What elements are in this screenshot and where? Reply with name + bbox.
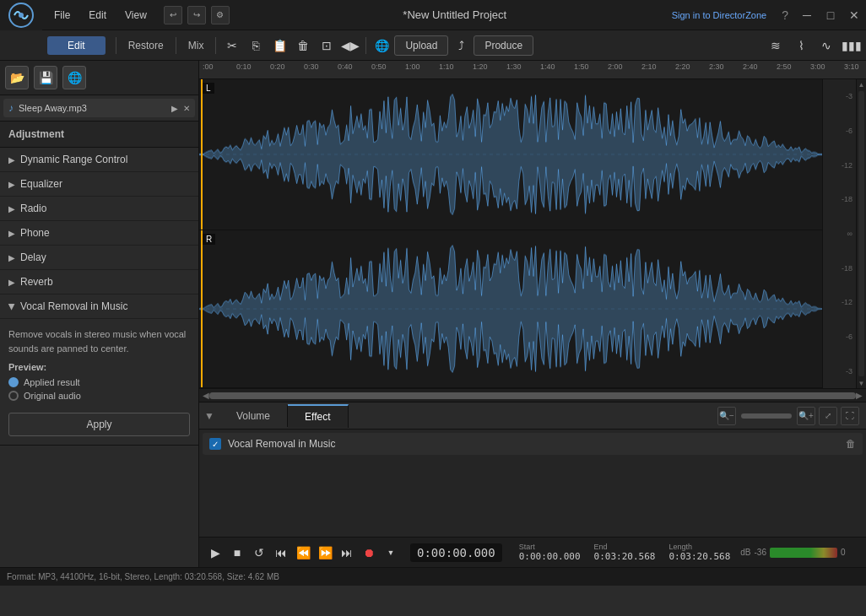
loop-button[interactable]: ↺ — [250, 543, 268, 562]
svg-point-1 — [19, 13, 24, 18]
h-scroll-track[interactable] — [209, 392, 856, 399]
zoom-in-icon[interactable]: 🔍+ — [797, 407, 815, 425]
effect-delete-icon[interactable]: 🗑 — [846, 438, 856, 450]
adj-item-dynamic-range[interactable]: ▶ Dynamic Range Control — [0, 148, 198, 172]
preview-label: Preview: — [8, 362, 190, 372]
separator — [116, 37, 116, 54]
help-icon[interactable]: ? — [775, 8, 795, 22]
audio-file-icon: ♪ — [8, 102, 14, 114]
stop-button[interactable]: ■ — [228, 543, 246, 562]
tab-volume[interactable]: Volume — [219, 405, 288, 427]
adj-item-phone[interactable]: ▶ Phone — [0, 221, 198, 246]
time-display: 0:00:00.000 — [410, 543, 502, 562]
sidebar-toolbar: 📂 💾 🌐 — [0, 61, 198, 95]
scroll-down-button[interactable]: ▼ — [857, 378, 866, 388]
scroll-track[interactable] — [858, 91, 864, 376]
minimize-button[interactable]: ─ — [795, 0, 819, 30]
effect-checkbox[interactable]: ✓ — [209, 438, 221, 450]
file-play-icon[interactable]: ▶ — [171, 104, 178, 113]
menu-view[interactable]: View — [116, 6, 155, 24]
adj-item-delay[interactable]: ▶ Delay — [0, 246, 198, 270]
separator2 — [176, 37, 176, 54]
apply-button[interactable]: Apply — [8, 413, 190, 436]
ruler-marker-13: 2:10 — [641, 62, 657, 71]
adj-label3: Radio — [20, 203, 46, 214]
globe-icon[interactable]: 🌐 — [371, 35, 392, 57]
zoom-slider[interactable] — [741, 413, 792, 419]
ruler-marker-5: 0:50 — [371, 62, 387, 71]
menu-file[interactable]: File — [46, 6, 78, 24]
tab-effect[interactable]: Effect — [288, 404, 348, 428]
export-icon[interactable]: ⤴ — [450, 35, 472, 57]
bottom-tabs: ▼ Volume Effect 🔍− 🔍+ ⤢ ⛶ — [199, 403, 866, 430]
zoom-fit-icon[interactable]: ⤢ — [819, 407, 837, 425]
vocal-removal-label: Vocal Removal in Music — [20, 300, 127, 312]
edit-button[interactable]: Edit — [47, 36, 106, 55]
adj-item-reverb[interactable]: ▶ Reverb — [0, 270, 198, 294]
separator4 — [365, 37, 366, 54]
spectrum-view-icon[interactable]: ⌇ — [790, 35, 812, 57]
transport-bar: ▶ ■ ↺ ⏮ ⏪ ⏩ ⏭ ⏺ ▼ 0:00:00.000 Start 0:00… — [199, 537, 866, 567]
expand-arrow-icon: ▶ — [8, 155, 15, 165]
analysis-icon[interactable]: ∿ — [815, 35, 837, 57]
upload-button[interactable]: Upload — [394, 35, 448, 56]
fade-icon[interactable]: ◀▶ — [339, 35, 361, 57]
restore-button[interactable]: Restore — [122, 36, 170, 55]
mix-button[interactable]: Mix — [181, 36, 211, 55]
applied-result-radio[interactable] — [8, 377, 19, 387]
forward-button[interactable]: ⏩ — [316, 543, 334, 562]
applied-result-row: Applied result — [8, 377, 190, 387]
menu-edit[interactable]: Edit — [80, 6, 115, 24]
waveform-view-icon[interactable]: ≋ — [765, 35, 787, 57]
produce-button[interactable]: Produce — [474, 35, 533, 56]
go-start-button[interactable]: ⏮ — [272, 543, 290, 562]
right-channel-track: R — [199, 230, 822, 388]
ruler-marker-12: 2:00 — [608, 62, 623, 71]
redo-icon[interactable]: ↪ — [187, 6, 206, 24]
vocal-removal-panel: Remove vocals in stereo music when vocal… — [0, 319, 198, 446]
adj-item-equalizer[interactable]: ▶ Equalizer — [0, 172, 198, 197]
go-end-button[interactable]: ⏭ — [338, 543, 356, 562]
separator3 — [215, 37, 216, 54]
paste-icon[interactable]: 📋 — [268, 35, 290, 57]
top-bar: File Edit View ↩ ↪ ⚙ *New Untitled Proje… — [0, 0, 866, 30]
maximize-button[interactable]: □ — [819, 0, 842, 30]
bars-icon[interactable]: ▮▮▮ — [841, 35, 863, 57]
ruler-marker-7: 1:10 — [439, 62, 454, 71]
settings-icon[interactable]: ⚙ — [211, 6, 230, 24]
scroll-left-icon[interactable]: ◀ — [203, 391, 209, 400]
adj-item-vocal-removal[interactable]: ▶ Vocal Removal in Music — [0, 294, 198, 319]
adj-item-radio[interactable]: ▶ Radio — [0, 197, 198, 221]
copy-icon[interactable]: ⎘ — [245, 35, 267, 57]
scroll-up-button[interactable]: ▲ — [857, 79, 866, 89]
left-channel-label: L — [203, 83, 214, 94]
bottom-tab-arrow[interactable]: ▼ — [199, 403, 219, 430]
cut-icon[interactable]: ✂ — [221, 35, 243, 57]
ruler-marker-16: 2:40 — [743, 62, 758, 71]
scroll-right-icon[interactable]: ▶ — [856, 391, 863, 400]
record-arrow-icon[interactable]: ▼ — [382, 543, 400, 562]
db-meter-bar: dB -36 0 — [740, 548, 845, 558]
rewind-button[interactable]: ⏪ — [294, 543, 312, 562]
delete-icon[interactable]: 🗑 — [292, 35, 314, 57]
ruler-marker-1: 0:10 — [236, 62, 252, 71]
db-label-7: -6 — [846, 332, 852, 341]
main-area: 📂 💾 🌐 ♪ Sleep Away.mp3 ▶ ✕ Adjustment ▶ … — [0, 61, 866, 567]
close-button[interactable]: ✕ — [842, 0, 866, 30]
ruler-marker-4: 0:40 — [338, 62, 353, 71]
file-delete-icon[interactable]: ✕ — [183, 104, 190, 113]
original-audio-radio[interactable] — [8, 391, 19, 401]
save-icon[interactable]: 💾 — [34, 66, 57, 89]
h-scroll-thumb[interactable] — [209, 392, 856, 399]
sign-in-link[interactable]: Sign in to DirectorZone — [672, 10, 776, 20]
record-button[interactable]: ⏺ — [360, 543, 378, 562]
open-file-icon[interactable]: 📂 — [5, 66, 29, 89]
trim-icon[interactable]: ⊡ — [316, 35, 338, 57]
zoom-out-icon[interactable]: 🔍− — [717, 407, 736, 425]
web-import-icon[interactable]: 🌐 — [62, 66, 86, 89]
db-label-2: -6 — [846, 127, 852, 135]
undo-icon[interactable]: ↩ — [164, 6, 182, 24]
expand-icon[interactable]: ⛶ — [841, 407, 859, 425]
play-button[interactable]: ▶ — [206, 543, 225, 562]
start-time-col: Start 0:00:00.000 — [519, 543, 581, 562]
